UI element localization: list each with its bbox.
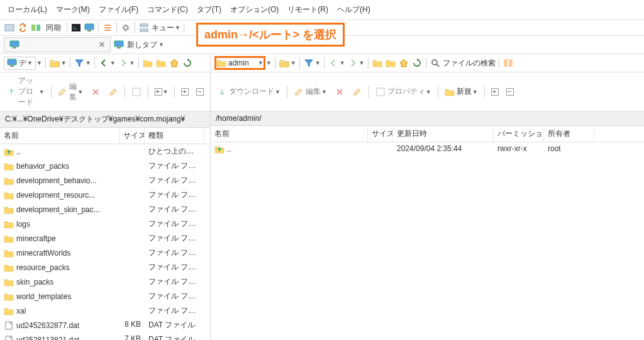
file-icon (4, 335, 14, 341)
session-tab[interactable]: ✕ (4, 37, 111, 52)
remote-root-icon[interactable] (385, 57, 396, 69)
menu-item[interactable]: コマンド(C) (143, 3, 192, 17)
collapse-local-button[interactable] (194, 87, 206, 97)
col-size[interactable]: サイズ (119, 128, 145, 144)
table-row[interactable]: ud2528113821.dat7 KBDAT ファイル (0, 332, 210, 340)
rename-remote-button[interactable] (350, 86, 365, 98)
file-name: .. (16, 147, 21, 156)
delete-remote-button[interactable] (332, 86, 347, 98)
local-filter-icon[interactable] (74, 57, 85, 69)
sync-browse-icon[interactable] (502, 57, 514, 69)
table-row[interactable]: skin_packsファイル フォルダー (0, 275, 210, 289)
compare-icon[interactable] (30, 22, 42, 33)
menu-item[interactable]: マーク(M) (52, 3, 94, 17)
remote-open-icon[interactable] (279, 57, 290, 69)
col-size[interactable]: サイズ (368, 126, 393, 142)
search-icon[interactable] (430, 57, 441, 69)
remote-home-icon[interactable] (398, 57, 409, 69)
folder-icon (4, 277, 14, 287)
remote-fwd-icon[interactable] (347, 57, 358, 69)
address-icon[interactable] (4, 22, 15, 33)
menu-item[interactable]: ローカル(L) (4, 3, 51, 17)
local-home-icon[interactable] (169, 57, 180, 69)
col-type[interactable]: 種類 (145, 128, 204, 144)
local-nav: デ▼ ▼ ▼ ▼ ▼ ▼ (0, 54, 211, 72)
remote-dir-selector[interactable]: admin▼ (214, 56, 265, 70)
table-row[interactable]: logsファイル フォルダー (0, 217, 210, 231)
table-row[interactable]: development_behavio...ファイル フォルダー (0, 173, 210, 188)
remote-parent-icon[interactable] (372, 57, 383, 69)
table-row[interactable]: xalファイル フォルダー (0, 303, 210, 318)
close-tab-icon[interactable]: ✕ (99, 40, 105, 49)
nav-row: デ▼ ▼ ▼ ▼ ▼ ▼ admin▼ ▼ ▼ ▼ ▼ ▼ ファイルの検索 (0, 54, 644, 72)
expand-remote-button[interactable] (489, 87, 501, 97)
new-tab-button[interactable]: 新しタブ (127, 40, 157, 50)
table-row[interactable]: world_templatesファイル フォルダー (0, 289, 210, 303)
new-tab-monitor-icon[interactable] (113, 39, 125, 50)
local-path[interactable]: C:¥...¥OneDrive¥デスクトップ¥games¥com.mojang¥ (0, 111, 210, 128)
col-owner[interactable]: 所有者 (544, 126, 594, 142)
file-name: xal (16, 307, 26, 315)
table-row[interactable]: ..ひとつ上のディレク (0, 144, 210, 159)
col-name[interactable]: 名前 (211, 126, 368, 142)
table-row[interactable]: development_resourc...ファイル フォルダー (0, 188, 210, 202)
table-row[interactable]: resource_packsファイル フォルダー (0, 260, 210, 275)
col-date[interactable]: 更新日時 (393, 126, 494, 142)
remote-refresh-icon[interactable] (411, 57, 423, 69)
menu-item[interactable]: タブ(T) (193, 3, 225, 17)
table-row[interactable]: development_skin_pac...ファイル フォルダー (0, 202, 210, 217)
queue-dropdown-icon[interactable]: ▼ (175, 25, 180, 31)
sync-button[interactable]: 同期 (43, 23, 64, 33)
folder-up-icon (4, 147, 14, 157)
local-back-icon[interactable] (98, 57, 109, 69)
menu-item[interactable]: リモート(R) (284, 3, 332, 17)
col-name[interactable]: 名前 (0, 128, 119, 144)
terminal-icon[interactable] (70, 22, 82, 33)
edit-local-button[interactable]: 編集▼ (55, 80, 86, 104)
folder-icon (4, 234, 14, 244)
search-files-button[interactable]: ファイルの検索 (443, 58, 496, 69)
props-local-button[interactable] (129, 86, 144, 98)
local-file-list[interactable]: ..ひとつ上のディレクbehavior_packsファイル フォルダーdevel… (0, 144, 210, 340)
menu-item[interactable]: ヘルプ(H) (333, 3, 374, 17)
expand-local-button[interactable] (179, 87, 191, 97)
collapse-remote-button[interactable] (504, 87, 516, 97)
gear-icon[interactable] (120, 22, 131, 33)
new-local-button[interactable]: ▼ (152, 87, 171, 97)
local-parent-icon[interactable] (142, 57, 153, 69)
menu-item[interactable]: オプション(O) (226, 3, 282, 17)
file-type: ファイル フォルダー (145, 217, 204, 230)
rename-local-button[interactable] (106, 86, 121, 98)
col-perm[interactable]: パーミッション (494, 126, 544, 142)
list-icon[interactable] (102, 22, 113, 33)
menu-item[interactable]: ファイル(F) (95, 3, 142, 17)
putty-icon[interactable] (84, 22, 95, 33)
download-button[interactable]: ダウンロード▼ (214, 85, 283, 98)
delete-local-button[interactable] (88, 86, 103, 98)
remote-filter-icon[interactable] (303, 57, 314, 69)
table-row[interactable]: minecraftWorldsファイル フォルダー (0, 246, 210, 260)
remote-path[interactable]: /home/admin/ (211, 111, 644, 126)
local-fwd-icon[interactable] (118, 57, 129, 69)
queue-icon[interactable] (138, 22, 150, 33)
queue-button[interactable]: キュー (152, 23, 174, 33)
edit-remote-button[interactable]: 編集▼ (291, 85, 330, 98)
local-root-icon[interactable] (155, 57, 167, 69)
file-size (119, 232, 145, 245)
table-row[interactable]: minecraftpeファイル フォルダー (0, 231, 210, 246)
sync-icon[interactable] (17, 22, 28, 33)
table-row[interactable]: ud2452632877.dat8 KBDAT ファイル (0, 318, 210, 332)
local-open-icon[interactable] (49, 57, 60, 69)
remote-file-list[interactable]: ..2024/09/04 2:35:44rwxr-xr-xroot (211, 142, 644, 340)
props-remote-button[interactable]: プロパティ▼ (373, 85, 434, 98)
remote-back-icon[interactable] (328, 57, 339, 69)
folder-icon (4, 292, 14, 302)
table-row[interactable]: ..2024/09/04 2:35:44rwxr-xr-xroot (211, 142, 644, 156)
file-name: development_behavio... (16, 176, 96, 185)
upload-button[interactable]: アップロード▼ (4, 74, 47, 109)
local-drive-selector[interactable]: デ▼ (4, 57, 36, 70)
local-refresh-icon[interactable] (182, 57, 193, 69)
new-remote-button[interactable]: 新規▼ (442, 85, 480, 98)
new-tab-dropdown-icon[interactable]: ▼ (158, 42, 164, 48)
table-row[interactable]: behavior_packsファイル フォルダー (0, 159, 210, 173)
